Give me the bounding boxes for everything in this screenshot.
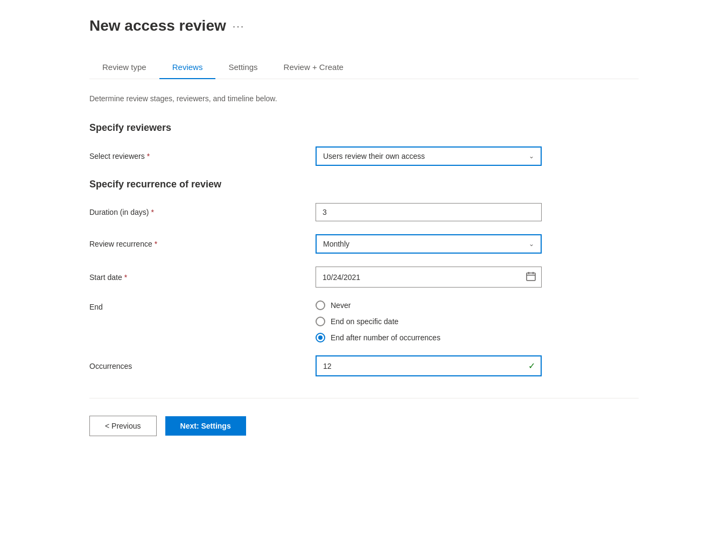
start-date-row: Start date * bbox=[89, 267, 639, 288]
next-settings-button[interactable]: Next: Settings bbox=[165, 416, 246, 436]
previous-button[interactable]: < Previous bbox=[89, 416, 157, 436]
recurrence-dropdown[interactable]: Monthly ⌄ bbox=[316, 234, 542, 254]
end-label: End bbox=[89, 300, 316, 311]
calendar-icon[interactable] bbox=[521, 267, 541, 287]
recurrence-control: Monthly ⌄ bbox=[316, 234, 542, 254]
page-title: New access review bbox=[89, 17, 226, 34]
required-star-start-date: * bbox=[124, 273, 127, 282]
select-reviewers-control: Users review their own access ⌄ bbox=[316, 146, 542, 166]
end-occurrences-label: End after number of occurrences bbox=[331, 333, 440, 342]
tab-review-create[interactable]: Review + Create bbox=[271, 56, 356, 79]
specify-reviewers-heading: Specify reviewers bbox=[89, 122, 639, 134]
occurrences-wrapper: ✓ bbox=[316, 355, 542, 376]
check-icon: ✓ bbox=[523, 356, 541, 375]
section-divider bbox=[89, 398, 639, 398]
recurrence-value: Monthly bbox=[323, 240, 349, 248]
start-date-wrapper bbox=[316, 267, 542, 288]
duration-label: Duration (in days) * bbox=[89, 208, 316, 216]
select-reviewers-dropdown[interactable]: Users review their own access ⌄ bbox=[316, 146, 542, 166]
end-occurrences-radio[interactable] bbox=[316, 333, 325, 342]
chevron-down-icon: ⌄ bbox=[529, 152, 534, 160]
end-occurrences-option[interactable]: End after number of occurrences bbox=[316, 333, 542, 342]
end-specific-date-option[interactable]: End on specific date bbox=[316, 317, 542, 326]
occurrences-row: Occurrences ✓ bbox=[89, 355, 639, 376]
end-never-option[interactable]: Never bbox=[316, 300, 542, 310]
occurrences-label: Occurrences bbox=[89, 362, 316, 370]
specify-recurrence-heading: Specify recurrence of review bbox=[89, 179, 639, 190]
chevron-down-icon-2: ⌄ bbox=[529, 240, 534, 248]
page-title-row: New access review ··· bbox=[89, 17, 639, 34]
tab-reviews[interactable]: Reviews bbox=[159, 56, 216, 79]
end-never-radio[interactable] bbox=[316, 300, 325, 310]
select-reviewers-value: Users review their own access bbox=[323, 152, 425, 160]
more-options-icon[interactable]: ··· bbox=[233, 20, 245, 32]
svg-rect-0 bbox=[527, 273, 535, 281]
select-reviewers-label: Select reviewers * bbox=[89, 152, 316, 160]
end-options-group: Never End on specific date End after num… bbox=[316, 300, 542, 342]
required-star-duration: * bbox=[151, 208, 154, 216]
end-never-label: Never bbox=[331, 301, 351, 310]
recurrence-label: Review recurrence * bbox=[89, 240, 316, 248]
duration-input[interactable] bbox=[316, 203, 542, 221]
end-specific-date-label: End on specific date bbox=[331, 317, 398, 326]
select-reviewers-row: Select reviewers * Users review their ow… bbox=[89, 146, 639, 166]
start-date-control bbox=[316, 267, 542, 288]
duration-control bbox=[316, 203, 542, 221]
occurrences-control: ✓ bbox=[316, 355, 542, 376]
recurrence-row: Review recurrence * Monthly ⌄ bbox=[89, 234, 639, 254]
duration-row: Duration (in days) * bbox=[89, 203, 639, 221]
occurrences-input[interactable] bbox=[317, 358, 523, 375]
required-star-recurrence: * bbox=[155, 240, 157, 248]
start-date-label: Start date * bbox=[89, 273, 316, 282]
tab-nav: Review type Reviews Settings Review + Cr… bbox=[89, 56, 639, 79]
tab-settings[interactable]: Settings bbox=[215, 56, 270, 79]
end-row: End Never End on specific date End after… bbox=[89, 300, 639, 342]
start-date-input[interactable] bbox=[316, 269, 521, 286]
page-subtitle: Determine review stages, reviewers, and … bbox=[89, 94, 639, 103]
required-star-reviewers: * bbox=[147, 152, 150, 160]
end-specific-date-radio[interactable] bbox=[316, 317, 325, 326]
tab-review-type[interactable]: Review type bbox=[89, 56, 159, 79]
button-row: < Previous Next: Settings bbox=[89, 416, 639, 436]
